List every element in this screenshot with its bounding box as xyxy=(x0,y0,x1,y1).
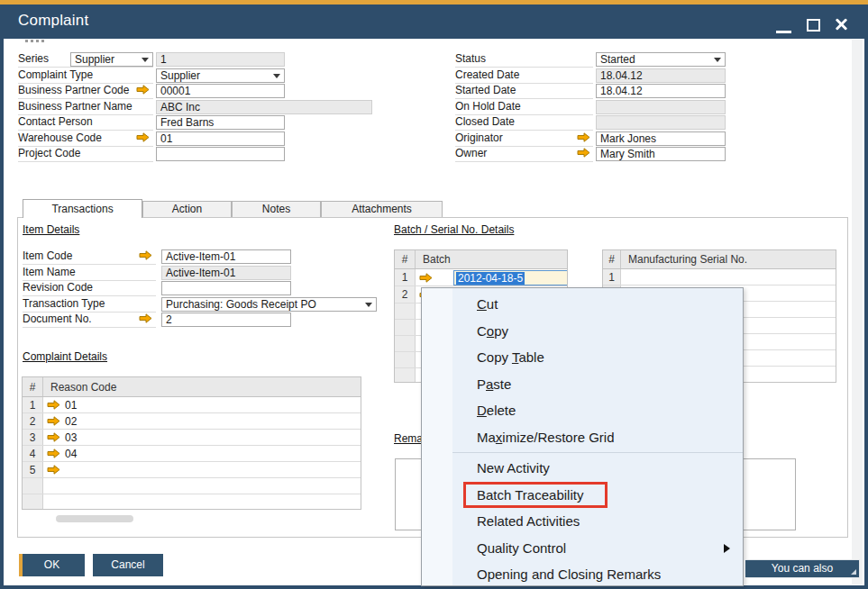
row-number xyxy=(395,352,416,367)
menu-item-cut[interactable]: Cut xyxy=(422,291,743,318)
link-arrow-icon[interactable] xyxy=(47,432,60,442)
chevron-down-icon xyxy=(142,58,149,62)
tab-transactions[interactable]: Transactions xyxy=(23,199,142,218)
table-row[interactable]: 2 02 xyxy=(23,413,361,430)
reason-code-cell[interactable] xyxy=(43,494,361,510)
column-header-serial: Manufacturing Serial No. xyxy=(621,253,836,266)
on-hold-date-field xyxy=(596,100,726,114)
column-header-batch: Batch xyxy=(416,253,567,266)
table-row[interactable]: 1 xyxy=(603,269,836,285)
context-menu: Cut Copy Copy Table Paste Delete Maximiz… xyxy=(421,287,744,586)
table-row[interactable]: 5 xyxy=(23,462,361,478)
table-row[interactable]: 3 03 xyxy=(23,430,361,446)
chevron-down-icon xyxy=(273,74,280,78)
you-can-also-button[interactable]: You can also xyxy=(745,559,860,578)
reason-code-cell[interactable]: 03 xyxy=(65,431,77,444)
link-arrow-icon[interactable] xyxy=(419,273,433,283)
link-arrow-icon[interactable] xyxy=(577,132,590,142)
reason-code-cell[interactable]: 02 xyxy=(65,415,77,428)
menu-item-quality-control[interactable]: Quality Control xyxy=(422,535,743,562)
started-date-label: Started Date xyxy=(455,84,593,99)
document-no-label: Document No. xyxy=(23,313,156,328)
column-header-num: # xyxy=(395,250,416,268)
serial-table-header: # Manufacturing Serial No. xyxy=(603,250,836,269)
menu-item-paste[interactable]: Paste xyxy=(422,371,743,398)
active-button-stripe xyxy=(19,554,23,576)
row-number xyxy=(395,336,416,351)
row-number: 1 xyxy=(603,269,621,285)
reason-code-cell[interactable] xyxy=(43,478,361,494)
reason-code-cell[interactable]: 01 xyxy=(65,399,77,412)
minimize-icon[interactable] xyxy=(776,31,791,33)
link-arrow-icon[interactable] xyxy=(136,85,150,95)
link-arrow-icon[interactable] xyxy=(139,313,152,323)
menu-item-maximize-restore-grid[interactable]: Maximize/Restore Grid xyxy=(422,424,743,451)
row-number: 4 xyxy=(23,446,43,461)
cancel-button-label: Cancel xyxy=(111,558,144,571)
table-row[interactable]: 1 01 xyxy=(23,397,361,413)
reason-code-cell[interactable]: 04 xyxy=(65,448,77,460)
cancel-button[interactable]: Cancel xyxy=(93,554,163,576)
red-highlight-box xyxy=(463,482,608,508)
chevron-down-icon xyxy=(365,303,372,307)
selected-batch-text[interactable]: 2012-04-18-5 xyxy=(456,272,525,285)
started-date-field[interactable]: 18.04.12 xyxy=(596,84,726,98)
column-header-reason-code: Reason Code xyxy=(43,381,361,394)
menu-item-opening-closing-remarks[interactable]: Opening and Closing Remarks xyxy=(422,561,743,586)
series-combo-value: Supplier xyxy=(75,53,114,66)
bp-code-field[interactable]: 00001 xyxy=(156,84,285,98)
table-row[interactable]: 4 04 xyxy=(23,446,361,462)
menu-item-batch-traceability[interactable]: Batch Traceability xyxy=(422,482,743,509)
table-row[interactable] xyxy=(23,478,361,494)
status-combo[interactable]: Started xyxy=(596,52,726,67)
warehouse-code-field[interactable]: 01 xyxy=(156,131,285,146)
ok-button[interactable]: OK xyxy=(19,554,85,576)
link-arrow-icon[interactable] xyxy=(47,416,60,426)
close-icon[interactable] xyxy=(834,17,848,32)
bp-code-label: Business Partner Code xyxy=(18,84,153,99)
contact-person-field[interactable]: Fred Barns xyxy=(156,115,285,130)
row-number xyxy=(23,478,43,494)
menu-item-copy[interactable]: Copy xyxy=(422,318,743,345)
originator-field[interactable]: Mark Jones xyxy=(596,131,726,146)
link-arrow-icon[interactable] xyxy=(47,465,60,475)
on-hold-date-label: On Hold Date xyxy=(455,100,593,115)
menu-item-copy-table[interactable]: Copy Table xyxy=(422,344,743,371)
serial-cell[interactable] xyxy=(621,269,836,285)
row-number xyxy=(395,304,416,319)
horizontal-scrollbar-thumb[interactable] xyxy=(56,515,133,522)
tab-notes[interactable]: Notes xyxy=(232,201,321,217)
link-arrow-icon[interactable] xyxy=(47,400,60,410)
menu-item-new-activity[interactable]: New Activity xyxy=(422,455,743,482)
project-code-field[interactable] xyxy=(156,147,285,161)
complaint-type-combo[interactable]: Supplier xyxy=(156,68,285,83)
closed-date-field xyxy=(596,115,726,130)
series-combo[interactable]: Supplier xyxy=(70,52,153,67)
link-arrow-icon[interactable] xyxy=(136,132,150,142)
table-row[interactable]: 1 2012-04-18-5 xyxy=(395,269,567,286)
tab-attachments[interactable]: Attachments xyxy=(321,201,443,217)
link-arrow-icon[interactable] xyxy=(139,250,152,260)
chevron-down-icon xyxy=(714,58,721,62)
complaint-details-heading: Complaint Details xyxy=(23,350,107,363)
titlebar[interactable]: Complaint xyxy=(0,5,868,39)
row-number: 2 xyxy=(23,413,43,429)
menu-item-delete[interactable]: Delete xyxy=(422,397,743,424)
vertical-scrollbar[interactable] xyxy=(852,40,863,584)
document-no-field[interactable]: 2 xyxy=(161,313,291,327)
maximize-icon[interactable] xyxy=(807,19,820,32)
transaction-type-combo[interactable]: Purchasing: Goods Receipt PO xyxy=(161,297,377,312)
batch-input-cell[interactable]: 2012-04-18-5 xyxy=(453,270,567,285)
window-border xyxy=(0,39,4,589)
owner-field[interactable]: Mary Smith xyxy=(596,147,726,161)
table-row[interactable] xyxy=(23,494,361,510)
originator-label: Originator xyxy=(455,131,593,147)
link-arrow-icon[interactable] xyxy=(47,449,60,458)
revision-code-field[interactable] xyxy=(161,281,291,295)
tab-action[interactable]: Action xyxy=(142,201,232,217)
revision-code-label: Revision Code xyxy=(23,281,156,296)
complaint-type-label: Complaint Type xyxy=(18,68,153,84)
item-code-field[interactable]: Active-Item-01 xyxy=(161,249,291,264)
menu-item-related-activities[interactable]: Related Activities xyxy=(422,508,743,535)
link-arrow-icon[interactable] xyxy=(577,148,590,158)
